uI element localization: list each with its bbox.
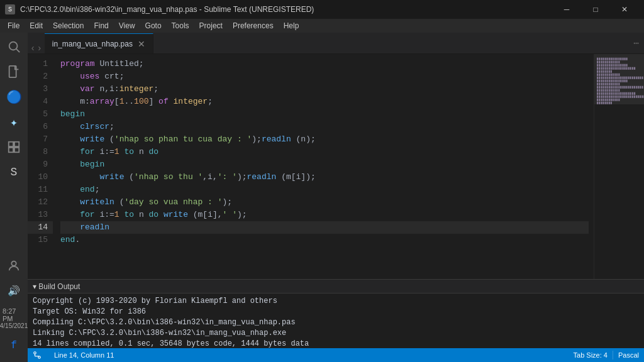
activity-facebook[interactable]: f: [3, 334, 25, 357]
line-num-1: 1: [28, 58, 53, 70]
tab-label: in_mang_vua_nhap.pas: [52, 40, 133, 48]
activity-extensions[interactable]: [3, 136, 25, 158]
tabbar: ‹ › in_mang_vua_nhap.pas ✕ ⋯: [28, 33, 644, 54]
menu-view[interactable]: View: [114, 19, 140, 33]
tab-close-button[interactable]: ✕: [138, 39, 145, 49]
activity-bar: 🔵 ✦ S 🔊 8:27 PM 4/15/2021 f: [0, 33, 28, 362]
titlebar-controls: ─ □ ✕: [552, 0, 639, 19]
line-num-5: 5: [28, 108, 53, 121]
code-line-9: begin: [60, 158, 589, 171]
chevron-right-icon[interactable]: ›: [36, 43, 42, 53]
svg-rect-5: [9, 148, 13, 152]
code-line-7: write ('nhap so phan tu cua day : ');rea…: [60, 133, 589, 146]
titlebar-left: S C:\FPC\3.2.0\bin\i386-win32\in_mang_vu…: [5, 4, 314, 14]
menu-edit[interactable]: Edit: [25, 19, 48, 33]
menu-find[interactable]: Find: [89, 19, 113, 33]
statusbar-git[interactable]: [28, 348, 49, 362]
panel-line-3: Compiling C:\FPC\3.2.0\bin\i386-win32\in…: [33, 317, 639, 328]
minimap-viewport: [594, 54, 644, 104]
menu-help[interactable]: Help: [279, 19, 304, 33]
panel-line-2: Target OS: Win32 for i386: [33, 307, 639, 317]
app-icon: S: [5, 4, 15, 14]
statusbar-right: Tab Size: 4 Pascal: [569, 348, 644, 362]
line-num-10: 10: [28, 171, 53, 184]
activity-speaker[interactable]: 🔊: [3, 280, 25, 302]
time-display: 8:27 PM: [3, 307, 25, 322]
code-line-1: program Untitled;: [60, 58, 589, 70]
statusbar-line-col[interactable]: Line 14, Column 11: [49, 348, 119, 362]
close-button[interactable]: ✕: [610, 0, 639, 19]
svg-point-0: [9, 42, 18, 50]
code-line-11: end;: [60, 184, 589, 196]
activity-edge-icon[interactable]: 🔵: [3, 85, 25, 108]
activity-user[interactable]: [3, 255, 25, 277]
editor-area: ‹ › in_mang_vua_nhap.pas ✕ ⋯ 1 2 3 4 5 6…: [28, 33, 644, 362]
code-line-13: for i:=1 to n do write (m[i],' ');: [60, 209, 589, 221]
chevron-left-icon[interactable]: ‹: [30, 43, 35, 53]
menu-goto[interactable]: Goto: [140, 19, 167, 33]
maximize-button[interactable]: □: [581, 0, 610, 19]
panel-content[interactable]: Copyright (c) 1993-2020 by Florian Klaem…: [28, 293, 644, 348]
minimize-button[interactable]: ─: [552, 0, 581, 19]
panel: ▾ Build Output Copyright (c) 1993-2020 b…: [28, 279, 644, 348]
line-num-7: 7: [28, 133, 53, 146]
code-editor[interactable]: program Untitled; uses crt; var n,i:inte…: [55, 54, 594, 279]
statusbar-tab-size[interactable]: Tab Size: 4: [569, 348, 613, 362]
svg-rect-6: [14, 148, 19, 152]
titlebar: S C:\FPC\3.2.0\bin\i386-win32\in_mang_vu…: [0, 0, 644, 19]
statusbar: Line 14, Column 11 Tab Size: 4 Pascal: [28, 348, 644, 362]
line-num-2: 2: [28, 70, 53, 83]
code-line-6: clrscr;: [60, 121, 589, 133]
line-num-4: 4: [28, 96, 53, 108]
line-num-8: 8: [28, 146, 53, 158]
panel-header-label: ▾ Build Output: [33, 282, 80, 291]
line-num-12: 12: [28, 196, 53, 209]
svg-rect-4: [14, 142, 19, 146]
menu-selection[interactable]: Selection: [48, 19, 89, 33]
tab-scroll-left[interactable]: ‹ ›: [28, 43, 45, 53]
activity-clock[interactable]: 8:27 PM 4/15/2021: [3, 305, 25, 332]
svg-point-7: [11, 261, 16, 266]
activity-settings[interactable]: ✦: [3, 111, 25, 133]
line-num-6: 6: [28, 121, 53, 133]
code-line-4: m:array[1..100] of integer;: [60, 96, 589, 108]
menu-preferences[interactable]: Preferences: [228, 19, 279, 33]
tab-end-button[interactable]: ⋯: [629, 33, 644, 53]
panel-line-4: Linking C:\FPC\3.2.0\bin\i386-win32\in_m…: [33, 328, 639, 339]
code-line-10: write ('nhap so thu ',i,': ');readln (m[…: [60, 171, 589, 184]
code-line-2: uses crt;: [60, 70, 589, 83]
line-num-3: 3: [28, 83, 53, 96]
line-num-11: 11: [28, 184, 53, 196]
statusbar-left: Line 14, Column 11: [28, 348, 119, 362]
panel-line-5: 14 lines compiled, 0.1 sec, 35648 bytes …: [33, 339, 639, 348]
svg-point-8: [34, 352, 36, 354]
line-num-9: 9: [28, 158, 53, 171]
activity-files[interactable]: [3, 60, 25, 83]
panel-header: ▾ Build Output: [28, 280, 644, 293]
activity-search[interactable]: [3, 35, 25, 58]
menu-file[interactable]: File: [3, 19, 25, 33]
code-line-15: end.: [60, 234, 589, 246]
activity-source-control[interactable]: S: [3, 161, 25, 184]
tab-file[interactable]: in_mang_vua_nhap.pas ✕: [45, 33, 153, 53]
code-line-3: var n,i:integer;: [60, 83, 589, 96]
line-num-13: 13: [28, 209, 53, 221]
code-line-14: readln: [60, 221, 589, 234]
line-numbers: 1 2 3 4 5 6 7 8 9 10 11 12 13 14 15: [28, 54, 55, 279]
menu-tools[interactable]: Tools: [167, 19, 194, 33]
svg-rect-3: [9, 142, 13, 146]
code-line-8: for i:=1 to n do: [60, 146, 589, 158]
minimap[interactable]: ████████████████ ████████████ ██████████…: [594, 54, 644, 279]
editor-content: 1 2 3 4 5 6 7 8 9 10 11 12 13 14 15 prog…: [28, 54, 644, 279]
svg-line-1: [16, 49, 19, 52]
date-display: 4/15/2021: [0, 322, 28, 329]
line-num-15: 15: [28, 234, 53, 246]
panel-line-1: Copyright (c) 1993-2020 by Florian Klaem…: [33, 296, 639, 307]
titlebar-title: C:\FPC\3.2.0\bin\i386-win32\in_mang_vua_…: [20, 5, 314, 14]
menubar: File Edit Selection Find View Goto Tools…: [0, 19, 644, 33]
menu-project[interactable]: Project: [194, 19, 228, 33]
code-line-12: writeln ('day so vua nhap : ');: [60, 196, 589, 209]
code-line-5: begin: [60, 108, 589, 121]
statusbar-language[interactable]: Pascal: [613, 348, 644, 362]
line-num-14: 14: [28, 221, 53, 234]
